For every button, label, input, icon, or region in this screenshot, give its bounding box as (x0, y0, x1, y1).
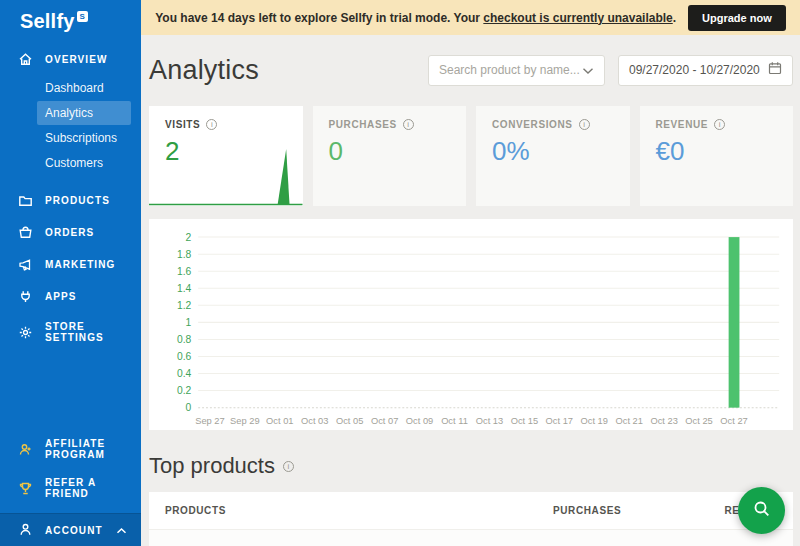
info-icon: i (403, 119, 414, 130)
overview-subnav: Dashboard Analytics Subscriptions Custom… (0, 76, 141, 175)
svg-text:2: 2 (186, 231, 192, 242)
sidebar-item-overview[interactable]: OVERVIEW (0, 42, 141, 75)
folder-icon (18, 193, 33, 208)
sidebar-item-dashboard[interactable]: Dashboard (37, 76, 131, 100)
sidebar-item-label: STORE SETTINGS (45, 321, 141, 343)
search-icon (752, 499, 772, 523)
sidebar-item-account[interactable]: ACCOUNT (0, 513, 141, 546)
sidebar: Sellfy S OVERVIEW Dashboard Analytics Su… (0, 0, 141, 546)
svg-text:Oct 19: Oct 19 (581, 415, 608, 426)
svg-text:Oct 27: Oct 27 (720, 415, 747, 426)
column-header-purchases: PURCHASES (553, 505, 701, 516)
affiliate-person-icon (18, 442, 33, 457)
stat-label: CONVERSIONSi (492, 119, 614, 130)
floating-search-button[interactable] (738, 487, 785, 534)
stat-card-revenue[interactable]: REVENUEi €0 (640, 106, 794, 206)
svg-text:Oct 05: Oct 05 (336, 415, 363, 426)
sidebar-item-products[interactable]: PRODUCTS (0, 185, 141, 216)
svg-text:0.6: 0.6 (177, 351, 191, 362)
stat-label: REVENUEi (656, 119, 778, 130)
sidebar-item-customers[interactable]: Customers (37, 151, 131, 175)
svg-text:1.4: 1.4 (177, 283, 191, 294)
sidebar-item-label: APPS (45, 291, 77, 302)
visits-chart: 00.20.40.60.811.21.41.61.82Sep 27Sep 29O… (153, 231, 789, 430)
product-search-select[interactable]: Search product by name... (428, 55, 605, 86)
search-placeholder: Search product by name... (439, 63, 582, 77)
svg-text:1: 1 (186, 317, 192, 328)
svg-text:Sep 29: Sep 29 (230, 415, 260, 426)
info-icon: i (579, 119, 590, 130)
svg-text:1.2: 1.2 (177, 300, 191, 311)
info-icon: i (714, 119, 725, 130)
svg-text:Oct 17: Oct 17 (546, 415, 573, 426)
sidebar-item-label: OVERVIEW (45, 54, 108, 65)
stat-value-revenue: €0 (656, 136, 778, 167)
calendar-icon (768, 61, 782, 79)
sellfy-app: Sellfy S OVERVIEW Dashboard Analytics Su… (0, 0, 800, 546)
sidebar-item-label: MARKETING (45, 259, 115, 270)
logo-badge: S (77, 11, 88, 22)
svg-text:Oct 07: Oct 07 (371, 415, 398, 426)
sidebar-item-label: PRODUCTS (45, 195, 110, 206)
svg-text:0.4: 0.4 (177, 368, 191, 379)
page-title: Analytics (149, 55, 259, 86)
chevron-up-icon (116, 526, 127, 537)
sidebar-item-label: REFER A FRIEND (45, 477, 141, 499)
sellfy-logo[interactable]: Sellfy S (0, 0, 141, 42)
svg-text:Oct 09: Oct 09 (406, 415, 433, 426)
stat-value-conversions: 0% (492, 136, 614, 167)
svg-text:Oct 25: Oct 25 (685, 415, 712, 426)
top-products-table-header: PRODUCTS PURCHASES REVENUE (149, 492, 793, 530)
sidebar-item-affiliate-program[interactable]: AFFILIATE PROGRAM (0, 430, 141, 468)
sidebar-item-marketing[interactable]: MARKETING (0, 249, 141, 280)
sidebar-item-label: ORDERS (45, 227, 94, 238)
top-products-header: Top products i (149, 453, 793, 479)
content: Analytics Search product by name... 09/2… (141, 50, 800, 546)
svg-text:Oct 11: Oct 11 (441, 415, 468, 426)
trial-banner-text: You have 14 days left to explore Sellfy … (155, 11, 676, 25)
svg-text:1.8: 1.8 (177, 249, 191, 260)
svg-text:Oct 03: Oct 03 (301, 415, 328, 426)
main-area: You have 14 days left to explore Sellfy … (141, 0, 800, 546)
basket-icon (18, 225, 33, 240)
account-person-icon (18, 522, 33, 539)
trophy-icon (18, 481, 33, 496)
stat-label: VISITSi (165, 119, 287, 130)
gear-icon (18, 325, 33, 340)
visits-sparkline (149, 146, 303, 206)
stat-card-conversions[interactable]: CONVERSIONSi 0% (476, 106, 630, 206)
top-products-title: Top products (149, 453, 275, 479)
svg-text:Oct 15: Oct 15 (511, 415, 538, 426)
sidebar-bottom: AFFILIATE PROGRAM REFER A FRIEND (0, 429, 141, 513)
sidebar-item-store-settings[interactable]: STORE SETTINGS (0, 313, 141, 351)
svg-text:Oct 13: Oct 13 (476, 415, 503, 426)
sidebar-item-subscriptions[interactable]: Subscriptions (37, 126, 131, 150)
info-icon: i (283, 461, 294, 472)
sidebar-item-apps[interactable]: APPS (0, 281, 141, 312)
sidebar-item-refer-a-friend[interactable]: REFER A FRIEND (0, 469, 141, 507)
checkout-unavailable-link[interactable]: checkout is currently unavailable (483, 11, 672, 25)
trial-days-left: 14 days (211, 11, 255, 25)
chevron-down-icon (582, 61, 594, 79)
visits-chart-panel: 00.20.40.60.811.21.41.61.82Sep 27Sep 29O… (149, 219, 793, 430)
home-icon (18, 52, 33, 67)
stats-row: VISITSi 2 PURCHASESi 0 CONVERSIONSi 0% (149, 106, 793, 206)
date-range-picker[interactable]: 09/27/2020 - 10/27/2020 (618, 55, 793, 86)
svg-text:Oct 01: Oct 01 (266, 415, 293, 426)
stat-card-visits[interactable]: VISITSi 2 (149, 106, 303, 206)
info-icon: i (206, 119, 217, 130)
upgrade-now-button[interactable]: Upgrade now (688, 5, 786, 31)
main-nav: PRODUCTS ORDERS MARKETING APPS (0, 185, 141, 351)
sidebar-item-analytics[interactable]: Analytics (37, 101, 131, 125)
sidebar-item-label: ACCOUNT (45, 525, 103, 536)
header-controls: Search product by name... 09/27/2020 - 1… (428, 55, 793, 86)
svg-text:0: 0 (186, 402, 192, 413)
stat-card-purchases[interactable]: PURCHASESi 0 (313, 106, 467, 206)
svg-text:0.2: 0.2 (177, 385, 191, 396)
date-range-value: 09/27/2020 - 10/27/2020 (629, 63, 768, 77)
page-header: Analytics Search product by name... 09/2… (149, 50, 793, 90)
stat-value-purchases: 0 (329, 136, 451, 167)
svg-text:Oct 21: Oct 21 (616, 415, 643, 426)
sidebar-item-orders[interactable]: ORDERS (0, 217, 141, 248)
megaphone-icon (18, 257, 33, 272)
